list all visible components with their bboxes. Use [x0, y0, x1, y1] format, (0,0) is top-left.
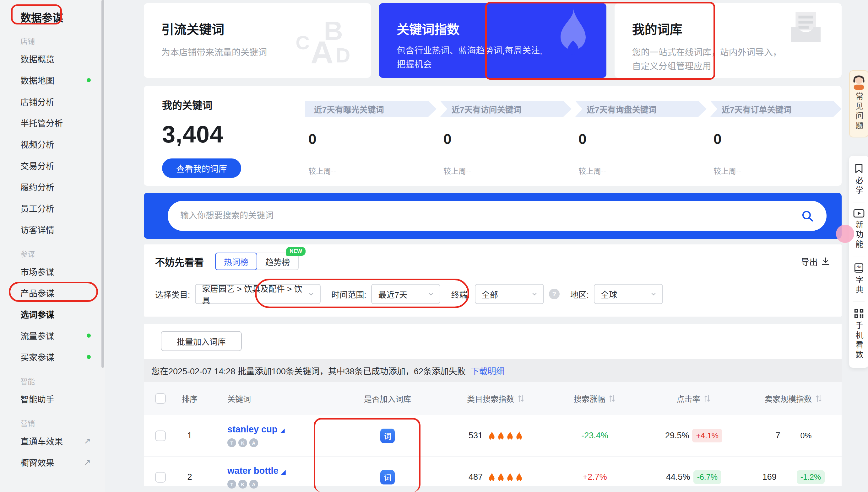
col-growth[interactable]: 搜索涨幅: [548, 393, 642, 404]
sort-icon[interactable]: [608, 394, 616, 403]
rank-tabs: 热词榜 趋势榜 NEW: [215, 253, 299, 270]
category-select[interactable]: 家居园艺 > 饮具及配件 > 饮具: [195, 284, 321, 304]
my-keywords-count: 3,404: [162, 121, 305, 148]
assistant-avatar: [851, 73, 867, 90]
sidebar-item-trade-analysis[interactable]: 交易分析: [20, 155, 105, 176]
sidebar-item-p4p-effect[interactable]: 直通车效果↗: [20, 430, 105, 451]
add-to-wordbank-icon[interactable]: 词: [380, 428, 395, 443]
keyword-link[interactable]: stanley cup: [227, 424, 278, 435]
sidebar-item-semi-managed-analysis[interactable]: 半托管分析: [20, 112, 105, 133]
table-row: 1 stanley cup T K A 词 531: [144, 415, 842, 457]
tab-hot-words[interactable]: 热词榜: [215, 253, 257, 270]
divider: [853, 301, 865, 302]
sort-icon[interactable]: [815, 394, 822, 403]
rank-value: 2: [174, 472, 205, 482]
help-icon[interactable]: ?: [549, 289, 560, 299]
card-keyword-index[interactable]: 关键词指数 包含行业热词、蓝海趋势词,每周关注,把握机会: [379, 3, 606, 78]
keyword-source-badges: T K A: [227, 438, 285, 447]
sort-icon[interactable]: [517, 394, 525, 403]
new-badge: NEW: [286, 247, 306, 256]
sidebar-item-data-overview[interactable]: 数据概览: [20, 48, 105, 69]
browse-title: 不妨先看看: [155, 254, 204, 269]
tool-new-features[interactable]: 新功能: [853, 209, 865, 250]
hot-words-section: 不妨先看看 热词榜 趋势榜 NEW 导出 选择类目: 家居园艺 > 饮具及配件 …: [144, 244, 842, 317]
keyword-expand-icon[interactable]: [281, 470, 286, 475]
sidebar-scrollbar[interactable]: [101, 0, 104, 368]
col-in-lib: 是否加入词库: [331, 393, 444, 404]
sidebar-section-marketing: 营销: [20, 418, 105, 428]
card-desc: 您的一站式在线词库，站内外词导入，自定义分组管理应用: [632, 46, 783, 73]
qr-code-icon: [853, 308, 864, 319]
tool-dictionary[interactable]: Aa 字典: [853, 263, 865, 295]
seller-change-badge: -1.2%: [797, 470, 825, 484]
app-title: 数据参谋: [20, 9, 105, 25]
sidebar-item-store-analysis[interactable]: 店铺分析: [20, 91, 105, 112]
tool-mobile-data[interactable]: 手机看数: [853, 308, 865, 360]
search-input[interactable]: [180, 211, 801, 221]
add-to-wordbank-icon[interactable]: 词: [380, 470, 395, 485]
growth-value: -23.4%: [548, 431, 642, 441]
table-row: 2 water bottle T K A 词 487: [144, 457, 842, 492]
sidebar-item-traffic-advisor[interactable]: 流量参谋: [20, 325, 105, 346]
view-wordbank-button[interactable]: 查看我的词库: [162, 158, 241, 178]
region-select[interactable]: 全球: [594, 284, 663, 304]
sidebar-item-market-advisor[interactable]: 市场参谋: [20, 261, 105, 282]
keyword-cell: water bottle T K A: [227, 466, 286, 489]
card-traffic-keywords[interactable]: 引流关键词 为本店铺带来流量的关键词 CBAD: [144, 3, 371, 78]
stat-inquiry: 近7天有询盘关键词 0 较上周--: [575, 101, 707, 186]
seller-change: 0%: [800, 431, 812, 440]
search-icon[interactable]: [801, 209, 814, 222]
stat-visit: 近7天有访问关键词 0 较上周--: [440, 101, 571, 186]
chevron-down-icon: [428, 291, 434, 297]
growth-value: +2.7%: [548, 472, 642, 482]
sidebar-item-data-map[interactable]: 数据地图: [20, 69, 105, 91]
download-detail-link[interactable]: 下载明细: [471, 365, 505, 377]
sidebar-item-showcase-effect[interactable]: 橱窗效果↗: [20, 451, 105, 473]
ctr-change-badge: -6.7%: [694, 470, 721, 484]
tab-trend-words[interactable]: 趋势榜 NEW: [257, 253, 299, 270]
keyword-stats: 近7天有曝光关键词 0 较上周-- 近7天有访问关键词 0 较上周-- 近7天有…: [305, 101, 842, 186]
card-desc: 包含行业热词、蓝海趋势词,每周关注,把握机会: [397, 44, 547, 72]
flame-icon: [554, 7, 592, 55]
faq-widget[interactable]: 常见问题: [849, 70, 868, 138]
time-range-select[interactable]: 最近7天: [371, 284, 440, 304]
sidebar-item-buyer-advisor[interactable]: 买家参谋: [20, 346, 105, 367]
keyword-link[interactable]: water bottle: [227, 466, 279, 476]
sidebar-item-video-analysis[interactable]: 视频分析: [20, 133, 105, 155]
keyword-expand-icon[interactable]: [280, 428, 285, 433]
keyword-cell: stanley cup T K A: [227, 424, 285, 447]
sidebar-section-advisor: 参谋: [20, 248, 105, 259]
batch-add-button[interactable]: 批量加入词库: [161, 331, 242, 351]
col-index[interactable]: 类目搜索指数: [444, 393, 548, 404]
tool-must-learn[interactable]: 必学: [853, 163, 865, 196]
card-my-wordbank[interactable]: 我的词库 您的一站式在线词库，站内外词导入，自定义分组管理应用: [615, 3, 842, 78]
search-banner: [144, 193, 842, 239]
sidebar-item-visitor-detail[interactable]: 访客详情: [20, 219, 105, 240]
sidebar-item-keyword-advisor[interactable]: 选词参谋: [20, 303, 105, 325]
select-all-checkbox[interactable]: [155, 393, 166, 404]
sidebar-item-product-advisor[interactable]: 产品参谋: [20, 282, 105, 303]
col-seller-index[interactable]: 卖家规模指数: [746, 393, 842, 404]
rank-value: 1: [174, 431, 205, 441]
sidebar-item-smart-assistant[interactable]: 智能助手: [20, 388, 105, 410]
filter-region: 地区: 全球: [570, 284, 663, 304]
col-ctr[interactable]: 点击率: [642, 393, 746, 404]
sidebar-item-staff-analysis[interactable]: 员工分析: [20, 197, 105, 219]
stat-order: 近7天有订单关键词 0 较上周--: [710, 101, 842, 186]
chevron-down-icon: [650, 291, 657, 297]
flame-rating: [488, 472, 523, 483]
sidebar-item-fulfillment-analysis[interactable]: 履约分析: [20, 176, 105, 197]
search-box[interactable]: [168, 201, 826, 231]
faq-label: 常见问题: [853, 92, 865, 131]
row-checkbox[interactable]: [155, 430, 166, 441]
filter-category: 选择类目: 家居园艺 > 饮具及配件 > 饮具: [155, 284, 321, 304]
my-keywords-panel: 我的关键词 3,404 查看我的词库 近7天有曝光关键词 0 较上周-- 近7天…: [144, 86, 842, 186]
stat-exposure: 近7天有曝光关键词 0 较上周--: [305, 101, 437, 186]
row-checkbox[interactable]: [155, 472, 166, 483]
terminal-select[interactable]: 全部: [475, 284, 544, 304]
main-area: 引流关键词 为本店铺带来流量的关键词 CBAD 关键词指数 包含行业热词、蓝海趋…: [105, 0, 868, 492]
inbox-tray-icon: [788, 11, 824, 43]
sort-icon[interactable]: [703, 394, 711, 403]
export-button[interactable]: 导出: [801, 255, 830, 268]
card-desc: 为本店铺带来流量的关键词: [161, 46, 312, 59]
